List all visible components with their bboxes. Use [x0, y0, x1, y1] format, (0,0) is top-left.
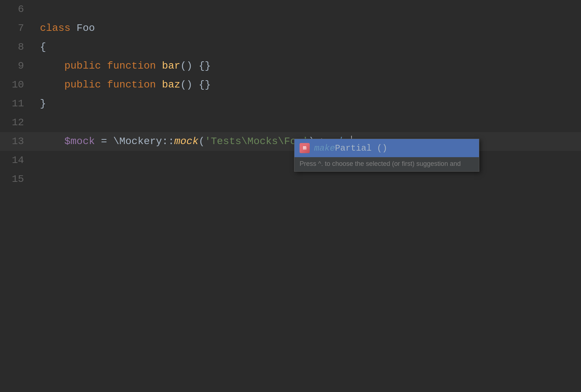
line-number-12: 12 — [0, 113, 33, 132]
code-line-8: 8 { — [0, 38, 581, 57]
autocomplete-hint: Press ^. to choose the selected (or firs… — [294, 157, 479, 171]
line-content-8: { — [33, 38, 581, 57]
line-content-9: public function bar() {} — [33, 57, 581, 75]
line-number-14: 14 — [0, 151, 33, 170]
code-line-9: 9 public function bar() {} — [0, 57, 581, 75]
code-editor: 6 7 class Foo 8 { 9 public function bar(… — [0, 0, 581, 392]
line-content-10: public function baz() {} — [33, 75, 581, 94]
line-number-15: 15 — [0, 170, 33, 189]
line-number-13: 13 — [0, 132, 33, 151]
code-line-7: 7 class Foo — [0, 19, 581, 38]
line-number-7: 7 — [0, 19, 33, 38]
line-number-6: 6 — [0, 0, 33, 19]
hint-text: Press ^. to choose the selected (or firs… — [300, 160, 461, 167]
code-line-14: 14 — [0, 151, 581, 170]
code-line-10: 10 public function baz() {} — [0, 75, 581, 94]
code-line-12: 12 — [0, 113, 581, 132]
code-line-6: 6 — [0, 0, 581, 19]
line-number-11: 11 — [0, 94, 33, 113]
code-line-11: 11 } — [0, 94, 581, 113]
autocomplete-item-text: makePartial () — [314, 143, 387, 153]
code-line-15: 15 — [0, 170, 581, 189]
line-number-10: 10 — [0, 75, 33, 94]
line-content-7: class Foo — [33, 19, 581, 38]
autocomplete-item-makepartial[interactable]: m makePartial () — [294, 139, 479, 157]
line-number-8: 8 — [0, 38, 33, 57]
line-number-9: 9 — [0, 57, 33, 75]
code-line-13: 13 $mock = \Mockery::mock('Tests\Mocks\F… — [0, 132, 581, 151]
autocomplete-item-icon: m — [300, 143, 310, 153]
code-area: 6 7 class Foo 8 { 9 public function bar(… — [0, 0, 581, 392]
autocomplete-popup[interactable]: m makePartial () Press ^. to choose the … — [294, 139, 479, 172]
line-content-11: } — [33, 94, 581, 113]
